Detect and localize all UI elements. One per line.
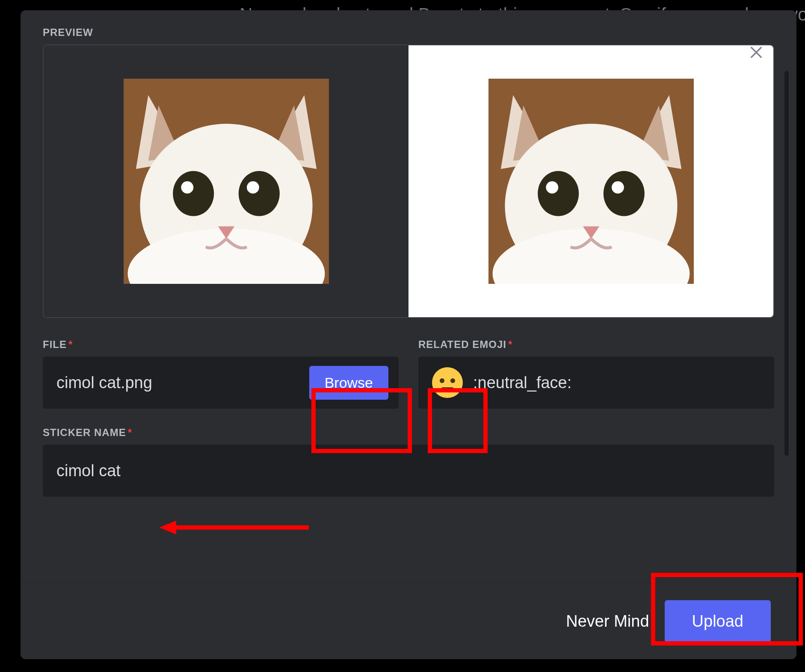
preview-label: PREVIEW [43, 27, 774, 38]
close-icon [747, 42, 765, 60]
sticker-name-label-text: STICKER NAME [43, 427, 126, 438]
file-label: FILE* [43, 339, 399, 351]
preview-row [43, 44, 774, 318]
upload-button[interactable]: Upload [665, 600, 771, 643]
file-name-display: cimol cat.png [56, 374, 301, 392]
required-star-icon: * [68, 339, 73, 350]
scrollbar[interactable] [784, 71, 789, 456]
browse-button[interactable]: Browse [309, 366, 388, 400]
svg-point-3 [173, 171, 214, 216]
sticker-preview-dark [124, 79, 329, 284]
form-grid: FILE* cimol cat.png Browse RELATED EMOJI… [43, 339, 774, 409]
svg-point-4 [238, 171, 279, 216]
sticker-name-label: STICKER NAME* [43, 427, 774, 439]
emoji-column: RELATED EMOJI* :neutral_face: [418, 339, 774, 409]
emoji-picker[interactable]: :neutral_face: [418, 357, 774, 409]
svg-point-13 [612, 181, 624, 194]
preview-dark [44, 45, 408, 317]
preview-light [408, 45, 773, 317]
file-input-row: cimol cat.png Browse [43, 357, 399, 409]
svg-point-10 [538, 171, 579, 216]
svg-point-5 [181, 181, 193, 194]
sticker-name-row [43, 445, 774, 497]
emoji-name: :neutral_face: [473, 374, 571, 392]
modal-body: PREVIEW [21, 10, 796, 583]
cat-image-icon [124, 79, 329, 284]
required-star-icon: * [128, 427, 132, 438]
modal-footer: Never Mind Upload [21, 583, 796, 659]
svg-point-6 [247, 181, 259, 194]
neutral-face-emoji-icon [432, 367, 463, 398]
emoji-label: RELATED EMOJI* [418, 339, 774, 351]
cat-image-icon [488, 79, 694, 284]
svg-point-12 [546, 181, 558, 194]
emoji-label-text: RELATED EMOJI [418, 339, 506, 350]
required-star-icon: * [508, 339, 512, 350]
svg-point-11 [603, 171, 644, 216]
never-mind-button[interactable]: Never Mind [566, 612, 649, 631]
file-label-text: FILE [43, 339, 67, 350]
file-column: FILE* cimol cat.png Browse [43, 339, 399, 409]
close-button[interactable] [746, 41, 767, 62]
sticker-name-input[interactable] [56, 462, 761, 480]
sticker-preview-light [488, 79, 694, 284]
upload-sticker-modal: PREVIEW [21, 10, 796, 659]
